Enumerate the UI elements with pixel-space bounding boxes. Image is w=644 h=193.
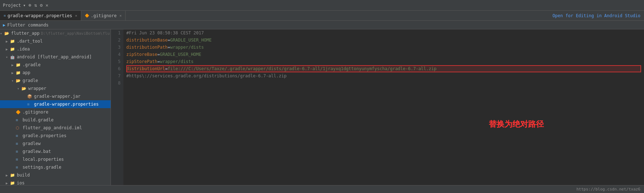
equals-sign: =: [168, 45, 170, 50]
icon-folder: 📁: [16, 63, 21, 67]
sidebar-item-gradlew-bat[interactable]: ≡gradlew.bat: [0, 148, 111, 155]
tree-item-label: build.gradle: [23, 117, 54, 122]
code-line-3: distributionPath=wrapper/dists: [126, 44, 641, 51]
sidebar-item-dart_tool[interactable]: ▶📁.dart_tool: [0, 37, 111, 45]
flutter-icon: ▶: [3, 23, 5, 28]
key-text: zipStoreBase: [126, 52, 157, 57]
icon-file-iml: ⬡: [16, 126, 21, 130]
project-arrow[interactable]: ▾: [23, 3, 26, 8]
tree-item-label: flutter_app_android.iml: [23, 125, 82, 130]
line-number-5: 5: [114, 58, 121, 65]
key-text: distributionPath: [126, 45, 168, 50]
code-line-7: #https\://services.gradle.org/distributi…: [126, 72, 641, 79]
tab-close-gradle-wrapper-properties[interactable]: ✕: [75, 14, 77, 18]
icon-file-jar: 📦: [27, 94, 33, 99]
comment-text: #Fri Jun 23 08:50:38 CEST 2017: [126, 30, 204, 35]
line-number-3: 3: [114, 44, 121, 51]
tree-item-label: wrapper: [28, 86, 47, 91]
val-text: wrapper/dists: [160, 59, 194, 64]
comment-text: #https\://services.gradle.org/distributi…: [126, 73, 287, 78]
sidebar-item-settings-gradle[interactable]: ≡settings.gradle: [0, 163, 111, 171]
tree-item-label: .gradle: [23, 62, 41, 67]
key-text: distributionBase: [126, 38, 168, 43]
editor-content: 12345678 #Fri Jun 23 08:50:38 CEST 2017d…: [111, 29, 644, 185]
code-area[interactable]: #Fri Jun 23 08:50:38 CEST 2017distributi…: [123, 29, 644, 185]
sidebar-item-gradlew[interactable]: ≡gradlew: [0, 140, 111, 148]
sidebar-item-gradle_root[interactable]: ▶📁.gradle: [0, 61, 111, 69]
code-line-1: #Fri Jun 23 08:50:38 CEST 2017: [126, 29, 641, 37]
sidebar-item-wrapper[interactable]: ▾📂wrapper: [0, 85, 111, 92]
tree-arrow: ▶: [11, 63, 16, 67]
sidebar-item-flutter_app_android_iml[interactable]: ⬡flutter_app_android.iml: [0, 124, 111, 132]
icon-file-gradle: ≡: [16, 149, 21, 154]
sort-icon[interactable]: ⇅: [34, 3, 37, 8]
line-numbers: 12345678: [111, 29, 123, 185]
icon-git: 🔶: [16, 110, 21, 115]
top-bar: Project ▾ ⊕ ⇅ ⚙ ✕: [0, 0, 644, 11]
tab-label-gradle-wrapper-properties: gradle-wrapper.properties: [8, 13, 72, 18]
tree-item-label: .dart_tool: [17, 39, 43, 44]
tree-item-label: gradlew: [23, 141, 41, 146]
line-number-7: 7: [114, 72, 121, 79]
code-line-8: [126, 79, 641, 87]
tree-item-label: gradle-wrapper.properties: [34, 102, 99, 107]
icon-file-gradle: ≡: [16, 141, 21, 146]
icon-file-prop: ≡: [27, 102, 33, 107]
sidebar-item-gitignore[interactable]: 🔶.gitignore: [0, 108, 111, 116]
sidebar-item-build-gradle[interactable]: ≡build.gradle: [0, 116, 111, 124]
editor-area[interactable]: 12345678 #Fri Jun 23 08:50:38 CEST 2017d…: [111, 29, 644, 185]
git-file-icon: 🔶: [85, 14, 89, 18]
tree-item-label: flutter_app: [11, 31, 39, 36]
icon-file-gradle: ≡: [16, 134, 21, 138]
val-text: GRADLE_USER_HOME: [160, 52, 201, 57]
key-text: zipStorePath: [126, 59, 157, 64]
tree-arrow: ▾: [17, 87, 21, 91]
val-text: file:///C:/Users/Taxze/.gradle/wrapper/d…: [168, 66, 436, 71]
tree-arrow: ▶: [6, 181, 10, 185]
line-number-6: 6: [114, 65, 121, 72]
icon-file-gradle: ≡: [16, 165, 21, 170]
val-text: GRADLE_USER_HOME: [170, 38, 212, 43]
add-icon[interactable]: ⊕: [29, 3, 31, 8]
icon-folder: 📁: [10, 181, 16, 185]
tree-arrow: ▶: [11, 71, 16, 75]
icon-folder: 📁: [10, 173, 16, 178]
project-label: Project ▾: [3, 3, 26, 8]
sidebar-item-build[interactable]: ▶📁build: [0, 171, 111, 179]
tab-close-gitignore[interactable]: ✕: [119, 14, 122, 18]
tree-arrow: ▾: [6, 55, 10, 59]
sidebar-item-gradle[interactable]: ▾📂gradle: [0, 77, 111, 85]
footer-link: https://blog.csdn.net/txaz6: [576, 187, 640, 192]
sidebar-item-gradle-wrapper-jar[interactable]: 📦gradle-wrapper.jar: [0, 92, 111, 100]
settings-icon[interactable]: ⚙: [40, 3, 43, 8]
line-number-4: 4: [114, 51, 121, 58]
tree-arrow: ▶: [6, 173, 10, 177]
tab-bar: ≡ gradle-wrapper.properties ✕ 🔶 .gitigno…: [0, 11, 644, 21]
icon-folder: 📁: [16, 71, 21, 75]
sidebar-item-local-properties[interactable]: ≡local.properties: [0, 155, 111, 163]
footer: https://blog.csdn.net/txaz6: [0, 185, 644, 193]
properties-file-icon: ≡: [4, 14, 6, 18]
equals-sign: =: [157, 52, 160, 57]
close-icon[interactable]: ✕: [45, 3, 48, 8]
tree-item-label: app: [23, 70, 30, 75]
code-line-6: distributionUrl=file:///C:/Users/Taxze/.…: [126, 65, 641, 72]
sidebar-item-flutter_app[interactable]: ▾📂flutter_appD:\flutter_app\NaviBottom\f…: [0, 29, 111, 37]
equals-sign: =: [157, 59, 160, 64]
equals-sign: =: [165, 66, 167, 71]
sidebar-item-android[interactable]: ▾🤖android [flutter_app_android]: [0, 53, 111, 61]
main-content: ▾📂flutter_appD:\flutter_app\NaviBottom\f…: [0, 29, 644, 185]
open-in-android-studio-link[interactable]: Open for Editing in Android Studio: [552, 13, 640, 18]
sidebar-item-ios[interactable]: ▶📁ios: [0, 179, 111, 185]
code-line-5: zipStorePath=wrapper/dists: [126, 58, 641, 65]
code-line-4: zipStoreBase=GRADLE_USER_HOME: [126, 51, 641, 58]
tab-gradle-wrapper-properties[interactable]: ≡ gradle-wrapper.properties ✕: [0, 11, 81, 20]
icon-folder: 📁: [10, 47, 16, 52]
tab-gitignore[interactable]: 🔶 .gitignore ✕: [81, 11, 126, 20]
sidebar-item-gradle-properties[interactable]: ≡gradle.properties: [0, 132, 111, 140]
line-number-2: 2: [114, 37, 121, 44]
sidebar-item-app[interactable]: ▶📁app: [0, 69, 111, 77]
code-line-2: distributionBase=GRADLE_USER_HOME: [126, 37, 641, 44]
sidebar-item-idea[interactable]: ▶📁.idea: [0, 45, 111, 53]
sidebar-item-gradle-wrapper-properties[interactable]: ≡gradle-wrapper.properties: [0, 100, 111, 108]
